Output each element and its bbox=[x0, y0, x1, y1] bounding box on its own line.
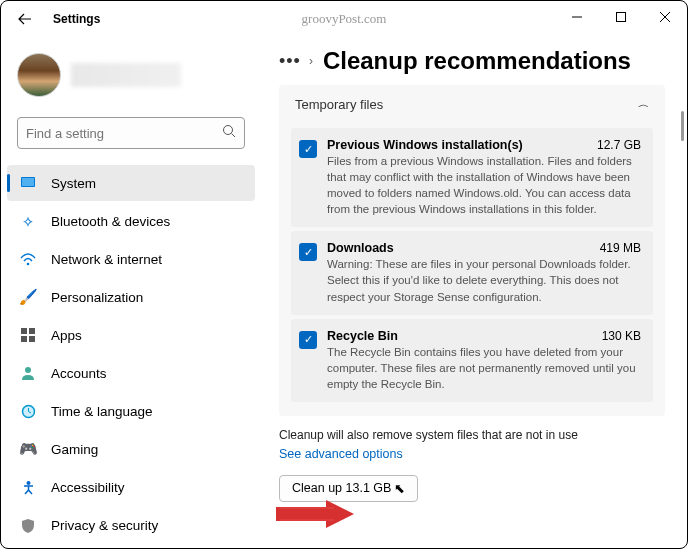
bluetooth-icon: ⟡ bbox=[19, 212, 37, 230]
user-profile[interactable] bbox=[7, 47, 255, 103]
search-icon bbox=[222, 124, 236, 142]
section-header[interactable]: Temporary files ︿ bbox=[279, 85, 665, 124]
button-label: Clean up 13.1 GB bbox=[292, 481, 391, 495]
cleanup-item-previous-windows: ✓ Previous Windows installation(s)12.7 G… bbox=[291, 128, 653, 227]
chevron-up-icon: ︿ bbox=[638, 99, 649, 110]
svg-point-2 bbox=[224, 126, 233, 135]
sidebar-item-gaming[interactable]: 🎮Gaming bbox=[7, 431, 255, 467]
checkbox[interactable]: ✓ bbox=[299, 243, 317, 261]
sidebar-item-accounts[interactable]: Accounts bbox=[7, 355, 255, 391]
minimize-button[interactable] bbox=[555, 1, 599, 33]
maximize-button[interactable] bbox=[599, 1, 643, 33]
item-desc: The Recycle Bin contains files you have … bbox=[327, 344, 641, 392]
section-title: Temporary files bbox=[295, 97, 383, 112]
item-size: 419 MB bbox=[600, 241, 641, 255]
close-button[interactable] bbox=[643, 1, 687, 33]
nav-label: System bbox=[51, 176, 96, 191]
nav-label: Accounts bbox=[51, 366, 107, 381]
nav-label: Accessibility bbox=[51, 480, 125, 495]
checkbox[interactable]: ✓ bbox=[299, 140, 317, 158]
svg-rect-5 bbox=[22, 178, 34, 186]
search-box[interactable] bbox=[17, 117, 245, 149]
svg-rect-1 bbox=[617, 13, 626, 22]
page-title: Cleanup recommendations bbox=[323, 47, 631, 75]
nav-label: Apps bbox=[51, 328, 82, 343]
system-icon bbox=[19, 174, 37, 192]
nav-label: Time & language bbox=[51, 404, 153, 419]
breadcrumb: ••• › Cleanup recommendations bbox=[279, 47, 665, 75]
svg-line-3 bbox=[232, 134, 236, 138]
nav-label: Personalization bbox=[51, 290, 143, 305]
svg-point-6 bbox=[27, 263, 30, 266]
sidebar-item-network[interactable]: Network & internet bbox=[7, 241, 255, 277]
scrollbar[interactable] bbox=[681, 111, 684, 141]
svg-rect-10 bbox=[29, 336, 35, 342]
wifi-icon bbox=[19, 250, 37, 268]
sidebar-item-privacy[interactable]: Privacy & security bbox=[7, 507, 255, 543]
sidebar-item-time[interactable]: Time & language bbox=[7, 393, 255, 429]
cleanup-item-recycle-bin: ✓ Recycle Bin130 KB The Recycle Bin cont… bbox=[291, 319, 653, 402]
nav-label: Privacy & security bbox=[51, 518, 158, 533]
shield-icon bbox=[19, 516, 37, 534]
brush-icon: 🖌️ bbox=[19, 288, 37, 306]
avatar bbox=[17, 53, 61, 97]
item-title: Previous Windows installation(s) bbox=[327, 138, 523, 152]
cleanup-button[interactable]: Clean up 13.1 GB⬉ bbox=[279, 475, 418, 502]
checkbox[interactable]: ✓ bbox=[299, 331, 317, 349]
temporary-files-section: Temporary files ︿ ✓ Previous Windows ins… bbox=[279, 85, 665, 416]
apps-icon bbox=[19, 326, 37, 344]
item-size: 12.7 GB bbox=[597, 138, 641, 152]
titlebar: Settings groovyPost.com bbox=[1, 1, 687, 37]
nav-label: Gaming bbox=[51, 442, 98, 457]
person-icon bbox=[19, 364, 37, 382]
item-size: 130 KB bbox=[602, 329, 641, 343]
item-desc: Files from a previous Windows installati… bbox=[327, 153, 641, 217]
sidebar-item-update[interactable]: Windows Update bbox=[7, 545, 255, 548]
svg-rect-7 bbox=[21, 328, 27, 334]
user-name-redacted bbox=[71, 63, 181, 87]
cursor-icon: ⬉ bbox=[394, 481, 405, 496]
svg-point-15 bbox=[26, 481, 30, 485]
back-button[interactable] bbox=[13, 7, 37, 31]
content-area: ••• › Cleanup recommendations Temporary … bbox=[261, 37, 687, 548]
nav-label: Bluetooth & devices bbox=[51, 214, 170, 229]
clock-icon bbox=[19, 402, 37, 420]
window-title: Settings bbox=[53, 12, 100, 26]
sidebar: System ⟡Bluetooth & devices Network & in… bbox=[1, 37, 261, 548]
svg-point-11 bbox=[25, 367, 31, 373]
advanced-options-link[interactable]: See advanced options bbox=[279, 447, 403, 461]
sidebar-item-bluetooth[interactable]: ⟡Bluetooth & devices bbox=[7, 203, 255, 239]
sidebar-item-accessibility[interactable]: Accessibility bbox=[7, 469, 255, 505]
search-input[interactable] bbox=[26, 126, 222, 141]
sidebar-item-apps[interactable]: Apps bbox=[7, 317, 255, 353]
svg-rect-8 bbox=[29, 328, 35, 334]
window-controls bbox=[555, 1, 687, 33]
item-title: Recycle Bin bbox=[327, 329, 398, 343]
item-desc: Warning: These are files in your persona… bbox=[327, 256, 641, 304]
item-title: Downloads bbox=[327, 241, 394, 255]
cleanup-note: Cleanup will also remove system files th… bbox=[279, 428, 665, 442]
svg-rect-9 bbox=[21, 336, 27, 342]
gaming-icon: 🎮 bbox=[19, 440, 37, 458]
accessibility-icon bbox=[19, 478, 37, 496]
chevron-right-icon: › bbox=[309, 54, 313, 68]
cleanup-item-downloads: ✓ Downloads419 MB Warning: These are fil… bbox=[291, 231, 653, 314]
nav-label: Network & internet bbox=[51, 252, 162, 267]
sidebar-item-personalization[interactable]: 🖌️Personalization bbox=[7, 279, 255, 315]
watermark: groovyPost.com bbox=[302, 11, 387, 27]
sidebar-item-system[interactable]: System bbox=[7, 165, 255, 201]
breadcrumb-more[interactable]: ••• bbox=[279, 51, 301, 72]
